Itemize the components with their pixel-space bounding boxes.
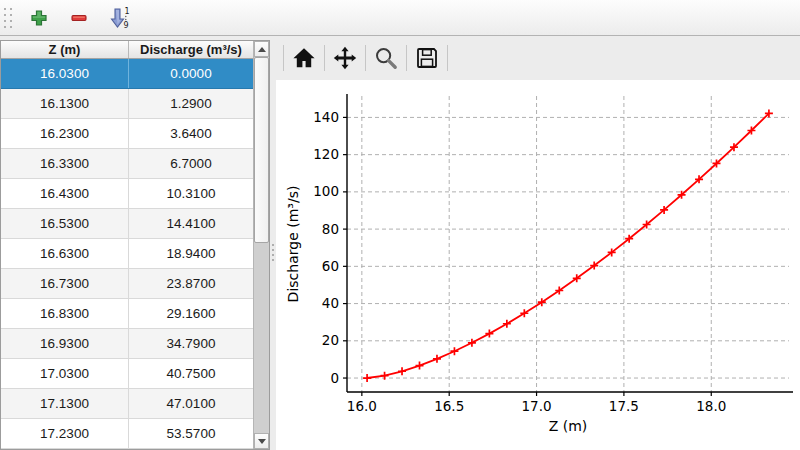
table-row[interactable]: 17.130047.0100 bbox=[1, 389, 253, 419]
cell-discharge[interactable]: 40.7500 bbox=[129, 359, 253, 388]
y-tick-label: 80 bbox=[322, 221, 339, 237]
minus-icon bbox=[70, 9, 88, 27]
x-tick-label: 16.5 bbox=[434, 398, 464, 414]
zoom-button[interactable] bbox=[369, 43, 403, 73]
save-button[interactable] bbox=[410, 43, 444, 73]
move-icon bbox=[333, 46, 357, 70]
magnifier-icon bbox=[374, 46, 398, 70]
rating-table: Z (m) Discharge (m³/s) 16.03000.000016.1… bbox=[0, 40, 270, 450]
mpl-toolbar bbox=[276, 36, 800, 80]
table-header: Z (m) Discharge (m³/s) bbox=[1, 41, 253, 59]
table-panel: Z (m) Discharge (m³/s) 16.03000.000016.1… bbox=[0, 36, 270, 450]
y-axis-label: Discharge (m³/s) bbox=[285, 186, 301, 303]
y-tick-label: 0 bbox=[330, 370, 339, 386]
cell-discharge[interactable]: 6.7000 bbox=[129, 149, 253, 178]
series-marker bbox=[450, 347, 458, 355]
table-row[interactable]: 16.23003.6400 bbox=[1, 119, 253, 149]
save-icon bbox=[415, 46, 439, 70]
cell-discharge[interactable]: 34.7900 bbox=[129, 329, 253, 358]
table-row[interactable]: 16.03000.0000 bbox=[1, 59, 253, 89]
table-row[interactable]: 16.730023.8700 bbox=[1, 269, 253, 299]
table-row[interactable]: 16.530014.4100 bbox=[1, 209, 253, 239]
series-marker bbox=[468, 339, 476, 347]
add-row-button[interactable] bbox=[26, 5, 52, 31]
cell-z[interactable]: 16.2300 bbox=[1, 119, 129, 148]
column-header-z[interactable]: Z (m) bbox=[1, 41, 129, 58]
triangle-up-icon bbox=[258, 47, 266, 52]
scroll-down-button[interactable] bbox=[254, 433, 269, 449]
y-tick-label: 60 bbox=[322, 258, 339, 274]
table-body: 16.03000.000016.13001.290016.23003.64001… bbox=[1, 59, 253, 449]
cell-z[interactable]: 17.0300 bbox=[1, 359, 129, 388]
cell-discharge[interactable]: 1.2900 bbox=[129, 89, 253, 118]
y-tick-label: 40 bbox=[322, 295, 339, 311]
chart-canvas[interactable]: 16.016.517.017.518.0020406080100120140Z … bbox=[276, 80, 800, 450]
cell-z[interactable]: 17.2300 bbox=[1, 419, 129, 448]
cell-discharge[interactable]: 18.9400 bbox=[129, 239, 253, 268]
cell-discharge[interactable]: 3.6400 bbox=[129, 119, 253, 148]
cell-z[interactable]: 16.8300 bbox=[1, 299, 129, 328]
series-marker bbox=[433, 355, 441, 363]
series-marker bbox=[503, 320, 511, 328]
series-line bbox=[367, 113, 769, 378]
cell-z[interactable]: 16.6300 bbox=[1, 239, 129, 268]
remove-row-button[interactable] bbox=[66, 5, 92, 31]
cell-discharge[interactable]: 10.3100 bbox=[129, 179, 253, 208]
home-icon bbox=[292, 46, 316, 70]
table-row[interactable]: 16.430010.3100 bbox=[1, 179, 253, 209]
home-button[interactable] bbox=[287, 43, 321, 73]
x-tick-label: 18.0 bbox=[696, 398, 726, 414]
rating-curve-chart[interactable]: 16.016.517.017.518.0020406080100120140Z … bbox=[276, 80, 800, 450]
x-tick-label: 16.0 bbox=[347, 398, 377, 414]
series-marker bbox=[363, 374, 371, 382]
cell-discharge[interactable]: 23.8700 bbox=[129, 269, 253, 298]
y-tick-label: 140 bbox=[313, 109, 339, 125]
cell-z[interactable]: 16.1300 bbox=[1, 89, 129, 118]
table-row[interactable]: 16.930034.7900 bbox=[1, 329, 253, 359]
scrollbar-thumb[interactable] bbox=[254, 57, 269, 243]
x-tick-label: 17.0 bbox=[522, 398, 552, 414]
sort-ascending-icon: 1 9 bbox=[108, 6, 130, 30]
table-row[interactable]: 16.830029.1600 bbox=[1, 299, 253, 329]
pan-button[interactable] bbox=[328, 43, 362, 73]
cell-discharge[interactable]: 29.1600 bbox=[129, 299, 253, 328]
column-header-discharge[interactable]: Discharge (m³/s) bbox=[129, 41, 253, 58]
cell-z[interactable]: 16.0300 bbox=[1, 59, 129, 88]
series-marker bbox=[381, 372, 389, 380]
y-tick-label: 100 bbox=[313, 183, 339, 199]
sort-top-digit: 1 bbox=[125, 6, 130, 15]
x-axis-label: Z (m) bbox=[549, 418, 588, 434]
cell-discharge[interactable]: 14.4100 bbox=[129, 209, 253, 238]
cell-discharge[interactable]: 53.5700 bbox=[129, 419, 253, 448]
toolbar-drag-handle[interactable] bbox=[4, 7, 12, 29]
table-row[interactable]: 16.33006.7000 bbox=[1, 149, 253, 179]
cell-z[interactable]: 16.4300 bbox=[1, 179, 129, 208]
table-row[interactable]: 17.030040.7500 bbox=[1, 359, 253, 389]
y-tick-label: 120 bbox=[313, 146, 339, 162]
cell-discharge[interactable]: 0.0000 bbox=[129, 59, 253, 88]
cell-z[interactable]: 16.9300 bbox=[1, 329, 129, 358]
scroll-up-button[interactable] bbox=[254, 41, 269, 57]
table-row[interactable]: 16.630018.9400 bbox=[1, 239, 253, 269]
plus-icon bbox=[30, 9, 48, 27]
cell-z[interactable]: 16.7300 bbox=[1, 269, 129, 298]
sort-bottom-digit: 9 bbox=[124, 21, 129, 30]
x-tick-label: 17.5 bbox=[609, 398, 639, 414]
series-marker bbox=[485, 330, 493, 338]
series-marker bbox=[398, 367, 406, 375]
table-row[interactable]: 17.230053.5700 bbox=[1, 419, 253, 449]
table-row[interactable]: 16.13001.2900 bbox=[1, 89, 253, 119]
cell-z[interactable]: 16.5300 bbox=[1, 209, 129, 238]
cell-z[interactable]: 16.3300 bbox=[1, 149, 129, 178]
cell-discharge[interactable]: 47.0100 bbox=[129, 389, 253, 418]
triangle-down-icon bbox=[258, 439, 266, 444]
series-marker bbox=[416, 362, 424, 370]
table-scrollbar[interactable] bbox=[253, 41, 269, 449]
cell-z[interactable]: 17.1300 bbox=[1, 389, 129, 418]
splitter-grip-icon bbox=[272, 244, 274, 264]
chart-panel: 16.016.517.017.518.0020406080100120140Z … bbox=[276, 36, 800, 450]
sort-ascending-button[interactable]: 1 9 bbox=[106, 5, 132, 31]
y-tick-label: 20 bbox=[322, 332, 339, 348]
app-toolbar: 1 9 bbox=[0, 0, 800, 36]
